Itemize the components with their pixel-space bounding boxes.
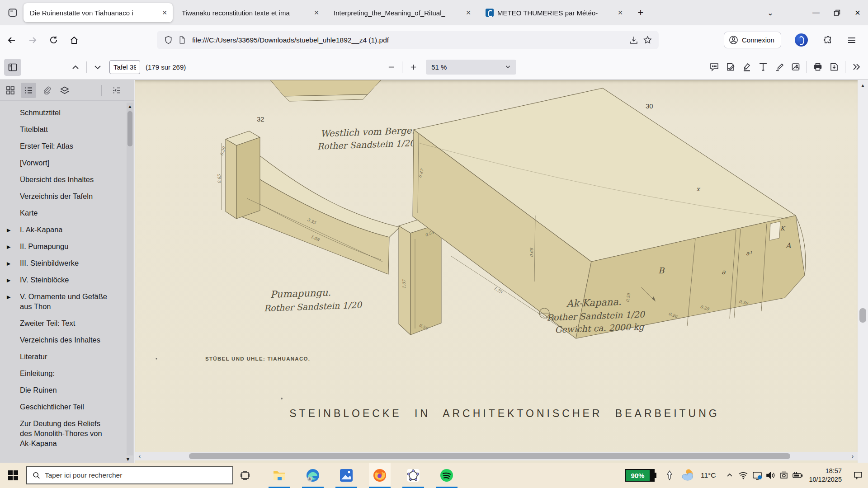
taskbar-app-firefox[interactable] — [369, 463, 391, 488]
add-text-icon[interactable] — [755, 59, 771, 75]
url-bar[interactable]: file:///C:/Users/33695/Downloads/stuebel… — [157, 31, 659, 49]
taskbar-search[interactable] — [26, 466, 233, 484]
outline-item[interactable]: Erster Teil: Atlas — [0, 137, 127, 154]
page-number-input[interactable] — [109, 60, 140, 74]
expand-triangle-icon[interactable]: ▶ — [7, 258, 10, 268]
tab-close-icon[interactable]: ✕ — [312, 8, 321, 17]
tab-1[interactable]: Die Ruinenstätte von Tiahuanaco i ✕ — [24, 3, 173, 22]
outline-item[interactable]: Berichtigungen — [0, 451, 127, 455]
horizontal-scrollbar[interactable]: ‹ › — [135, 452, 858, 460]
outline-item[interactable]: Zur Deutung des Reliefs des Monolith-Tho… — [0, 415, 127, 451]
outline-item[interactable]: [Vorwort] — [0, 154, 127, 171]
shield-icon[interactable] — [161, 33, 175, 47]
zoom-in-button[interactable] — [405, 59, 421, 75]
add-image-icon[interactable] — [788, 59, 804, 75]
bookmark-star-icon[interactable] — [641, 33, 654, 47]
save-page-icon[interactable] — [627, 33, 641, 47]
zoom-out-button[interactable] — [383, 59, 399, 75]
home-button[interactable] — [65, 31, 83, 49]
signature-icon[interactable] — [722, 59, 739, 75]
extension-icon-blue[interactable] — [795, 33, 808, 47]
taskbar-clock[interactable]: 18:57 10/12/2025 — [809, 467, 842, 484]
outline-item[interactable]: ▶V. Ornamente und Gefäße aus Thon — [0, 288, 127, 314]
outline-item[interactable]: ▶III. Steinbildwerke — [0, 254, 127, 271]
tray-chevron-up-icon[interactable] — [723, 463, 736, 488]
outline-item[interactable]: Zweiter Teil: Text — [0, 314, 127, 331]
forward-button[interactable] — [24, 31, 42, 49]
device-camera-icon[interactable] — [777, 463, 791, 488]
scroll-right-icon[interactable]: › — [848, 452, 858, 460]
outline-item[interactable]: ▶IV. Steinblöcke — [0, 271, 127, 288]
print-icon[interactable] — [810, 59, 826, 75]
outline-view-icon[interactable] — [21, 83, 36, 98]
outline-item[interactable]: Die Ruinen — [0, 381, 127, 398]
previous-page-button[interactable] — [67, 59, 84, 75]
outline-item[interactable]: Einleitung: — [0, 365, 127, 381]
tab-close-icon[interactable]: ✕ — [616, 8, 625, 17]
outline-item[interactable]: Verzeichnis der Tafeln — [0, 188, 127, 204]
connexion-button[interactable]: Connexion — [724, 32, 781, 48]
scroll-up-icon[interactable]: ▲ — [127, 103, 133, 110]
expand-triangle-icon[interactable]: ▶ — [7, 275, 10, 285]
toggle-sidebar-button[interactable] — [4, 59, 21, 76]
taskbar-app-file-explorer[interactable] — [269, 463, 290, 488]
scrollbar-thumb[interactable] — [127, 111, 132, 146]
expand-triangle-icon[interactable]: ▶ — [7, 292, 10, 302]
notification-center-icon[interactable] — [848, 463, 868, 488]
menu-hamburger-icon[interactable] — [844, 33, 860, 48]
thumbnails-view-icon[interactable] — [3, 83, 18, 98]
attachments-icon[interactable] — [39, 83, 54, 98]
weather-widget[interactable]: 11°C — [681, 469, 716, 482]
layers-icon[interactable] — [57, 83, 72, 98]
start-button[interactable] — [0, 463, 26, 488]
page-info-icon[interactable] — [175, 33, 189, 47]
battery-widget[interactable]: 90% — [625, 469, 656, 482]
annotation-comment-icon[interactable] — [706, 59, 722, 75]
scroll-up-icon[interactable]: ▲ — [858, 82, 868, 89]
tab-close-icon[interactable]: ✕ — [160, 8, 169, 17]
taskbar-app-photos[interactable] — [335, 463, 357, 488]
task-view-button[interactable] — [233, 463, 257, 488]
current-outline-item-icon[interactable] — [109, 83, 124, 98]
highlight-icon[interactable] — [739, 59, 755, 75]
taskbar-app-geogebra[interactable] — [402, 463, 424, 488]
cast-sync-icon[interactable] — [750, 463, 764, 488]
more-tools-icon[interactable] — [848, 59, 864, 75]
outline-item[interactable]: Schmutztitel — [0, 104, 127, 121]
tab-4[interactable]: METEO THUMERIES par Météo- ✕ — [479, 3, 628, 22]
outline-item[interactable]: Geschichtlicher Teil — [0, 398, 127, 415]
sidebar-scrollbar[interactable]: ▲ — [127, 103, 133, 455]
outline-item[interactable]: Verzeichnis des Inhaltes — [0, 331, 127, 348]
new-tab-button[interactable]: + — [633, 5, 648, 20]
draw-icon[interactable] — [771, 59, 788, 75]
scrollbar-thumb[interactable] — [189, 453, 790, 459]
search-input[interactable] — [45, 471, 227, 479]
outline-item[interactable]: Karte — [0, 204, 127, 221]
power-battery-icon[interactable] — [791, 463, 804, 488]
outline-item[interactable]: ▶I. Ak-Kapana — [0, 221, 127, 238]
wifi-icon[interactable] — [736, 463, 750, 488]
back-button[interactable] — [3, 31, 21, 49]
sidebar-scroll-down-icon[interactable]: ▼ — [123, 455, 133, 462]
tab-close-icon[interactable]: ✕ — [464, 8, 473, 17]
tab-2[interactable]: Tiwanaku reconstitution texte et ima ✕ — [175, 3, 325, 22]
outline-item[interactable]: ▶II. Pumapungu — [0, 238, 127, 254]
minimize-button[interactable]: — — [806, 4, 826, 22]
zoom-select[interactable]: 51 % — [426, 60, 516, 75]
reload-button[interactable] — [44, 31, 62, 49]
download-icon[interactable] — [826, 59, 842, 75]
close-window-button[interactable]: ✕ — [847, 4, 868, 22]
firefox-view-icon[interactable] — [5, 5, 21, 21]
scroll-left-icon[interactable]: ‹ — [135, 452, 145, 460]
extensions-icon[interactable] — [820, 33, 836, 48]
scrollbar-thumb[interactable] — [859, 308, 866, 323]
expand-triangle-icon[interactable]: ▶ — [7, 225, 10, 235]
taskbar-app-edge[interactable] — [302, 463, 324, 488]
outline-item[interactable]: Titelblatt — [0, 121, 127, 137]
speaker-icon[interactable] — [764, 463, 777, 488]
taskbar-app-spotify[interactable] — [436, 463, 458, 488]
restore-button[interactable] — [826, 4, 847, 22]
tab-3[interactable]: Interpreting_the_Meaning_of_Ritual_ ✕ — [327, 3, 476, 22]
outline-item[interactable]: Übersicht des Inhaltes — [0, 171, 127, 188]
expand-triangle-icon[interactable]: ▶ — [7, 242, 10, 252]
